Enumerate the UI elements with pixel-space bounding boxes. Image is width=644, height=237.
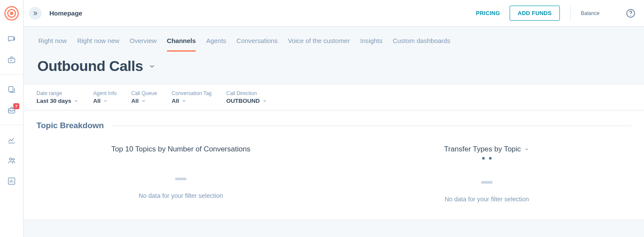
filter-value: All: [93, 98, 100, 104]
page-title-dropdown[interactable]: [148, 62, 156, 70]
svg-point-13: [630, 15, 631, 15]
expand-sidebar-button[interactable]: [29, 7, 42, 20]
tab-conversations[interactable]: Conversations: [237, 37, 278, 52]
filter-bar: Date rangeLast 30 daysAgent InfoAllCall …: [24, 84, 644, 111]
inbox-badge: 7: [13, 103, 19, 109]
tab-custom-dashboards[interactable]: Custom dashboards: [393, 37, 450, 52]
no-data-message: No data for your filter selection: [444, 196, 529, 203]
section-title: Topic Breakdown: [36, 121, 104, 130]
filter-value: Last 30 days: [36, 98, 71, 104]
filter-label: Agent Info: [93, 90, 117, 96]
team-icon[interactable]: [7, 156, 16, 165]
chevron-down-icon: [262, 98, 267, 103]
chevron-down-icon: [182, 98, 186, 103]
chart-card: Transfer Types by TopicNo data for your …: [343, 138, 632, 203]
chart-card: Top 10 Topics by Number of Conversations…: [36, 138, 325, 203]
filter-label: Date range: [36, 90, 79, 96]
filter-label: Conversation Tag: [172, 90, 212, 96]
filter-value: OUTBOUND: [226, 98, 260, 104]
filter-call-queue[interactable]: Call QueueAll: [131, 90, 157, 104]
pricing-link[interactable]: PRICING: [476, 10, 500, 16]
balance-display[interactable]: Balance: [570, 6, 617, 21]
svg-rect-7: [9, 86, 13, 92]
section-rule: [112, 126, 631, 126]
chevron-down-icon: [74, 98, 79, 103]
help-icon[interactable]: [626, 9, 635, 18]
filter-agent-info[interactable]: Agent InfoAll: [93, 90, 117, 104]
chevron-down-icon[interactable]: [524, 147, 529, 152]
brand-logo[interactable]: [4, 6, 19, 21]
filter-call-direction[interactable]: Call DirectionOUTBOUND: [226, 90, 267, 104]
rail-divider: [0, 125, 23, 125]
topic-breakdown-section: Topic Breakdown Top 10 Topics by Number …: [24, 111, 644, 220]
page-title: Outbound Calls: [37, 58, 143, 74]
tab-right-now-new[interactable]: Right now new: [77, 37, 119, 52]
pagination-dots[interactable]: [482, 157, 492, 160]
no-data-message: No data for your filter selection: [139, 192, 223, 199]
svg-point-9: [9, 158, 12, 160]
filter-value: All: [131, 98, 139, 104]
tab-right-now[interactable]: Right now: [38, 37, 67, 52]
balance-label: Balance: [581, 10, 617, 16]
main-content: Right nowRight now newOverviewChannelsAg…: [24, 27, 644, 237]
card-title: Top 10 Topics by Number of Conversations: [111, 145, 250, 154]
no-data-icon: [175, 178, 186, 180]
svg-rect-8: [9, 109, 15, 113]
left-nav-rail: 7: [0, 0, 24, 237]
filter-value: All: [172, 98, 179, 104]
rail-divider: [0, 74, 23, 75]
inbox-icon[interactable]: 7: [7, 106, 16, 114]
svg-point-5: [14, 40, 15, 40]
tab-channels[interactable]: Channels: [167, 37, 196, 52]
filter-date-range[interactable]: Date rangeLast 30 days: [36, 90, 79, 104]
svg-rect-2: [10, 12, 13, 15]
messages-icon[interactable]: [7, 35, 16, 43]
chevron-down-icon: [103, 98, 108, 103]
filter-label: Call Queue: [131, 90, 157, 96]
tab-voice-of-the-customer[interactable]: Voice of the customer: [288, 37, 350, 52]
card-title: Transfer Types by Topic: [444, 145, 521, 154]
tab-overview[interactable]: Overview: [130, 37, 157, 52]
dashboard-icon[interactable]: [7, 177, 16, 185]
svg-point-3: [14, 37, 15, 38]
top-header: Homepage PRICING ADD FUNDS Balance: [24, 0, 644, 27]
filter-label: Call Direction: [226, 90, 267, 96]
add-funds-button[interactable]: ADD FUNDS: [510, 6, 560, 21]
filter-conversation-tag[interactable]: Conversation TagAll: [172, 90, 212, 104]
no-data-icon: [481, 181, 492, 184]
chevron-down-icon: [141, 98, 146, 103]
tab-insights[interactable]: Insights: [360, 37, 383, 52]
copy-icon[interactable]: [7, 85, 16, 94]
svg-point-10: [12, 159, 14, 160]
briefcase-icon[interactable]: [7, 55, 16, 64]
svg-point-4: [14, 39, 15, 39]
breadcrumb[interactable]: Homepage: [49, 9, 82, 17]
report-tabs: Right nowRight now newOverviewChannelsAg…: [30, 27, 638, 52]
tab-agents[interactable]: Agents: [206, 37, 226, 52]
analytics-icon[interactable]: [7, 135, 16, 144]
